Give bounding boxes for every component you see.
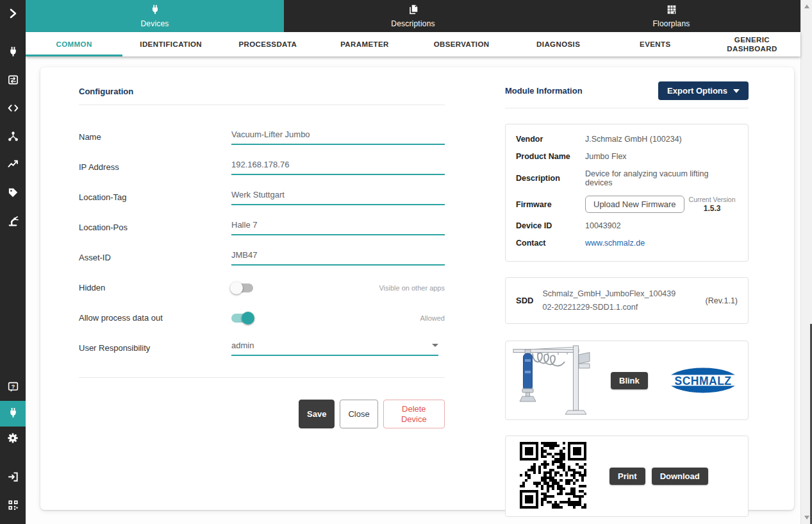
print-button[interactable]: Print: [609, 468, 645, 485]
divider: [79, 377, 445, 378]
product-name-value: Jumbo Flex: [585, 152, 627, 161]
device-id-row: Device ID 10043902: [516, 221, 738, 230]
ip-label: IP Address: [79, 162, 231, 172]
sidebar-item-io-transfer[interactable]: [0, 67, 26, 95]
asset-id-label: Asset-ID: [79, 253, 231, 262]
configuration-section: Configuration Name IP Address Location-T: [79, 81, 445, 510]
page-scrollbar[interactable]: [800, 0, 812, 524]
location-tag-field[interactable]: [231, 190, 445, 205]
location-tag-label: Location-Tag: [79, 192, 231, 202]
scroll-up-arrow-icon[interactable]: [804, 4, 809, 8]
tab-identification[interactable]: IDENTIFICATION: [122, 32, 219, 56]
toggle-knob: [242, 312, 254, 325]
ip-address-field[interactable]: [231, 160, 445, 175]
sidebar-item-help[interactable]: ?: [0, 375, 26, 401]
tab-generic-dashboard[interactable]: GENERIC DASHBOARD: [704, 32, 800, 56]
main-area: Devices Descriptions Floorplans COMMON I…: [26, 0, 800, 524]
user-responsibility-select[interactable]: admin: [231, 341, 438, 356]
delete-device-button[interactable]: Delete Device: [383, 400, 445, 428]
io-transfer-icon: [7, 74, 19, 89]
expand-sidebar-button[interactable]: [0, 0, 26, 30]
sdd-revision: (Rev.1.1): [706, 296, 738, 305]
contact-label: Contact: [516, 239, 585, 248]
chevron-down-icon: [733, 89, 740, 93]
selected-value: admin: [231, 341, 254, 350]
sidebar-item-trends[interactable]: [0, 151, 26, 180]
code-icon: [7, 102, 19, 117]
sidebar-item-code[interactable]: [0, 95, 26, 123]
svg-text:?: ?: [11, 383, 15, 389]
name-field[interactable]: [231, 130, 445, 145]
sidebar-item-network[interactable]: [0, 123, 26, 151]
allow-pdo-toggle[interactable]: [231, 314, 253, 323]
hidden-toggle[interactable]: [231, 283, 253, 292]
asset-id-field[interactable]: [231, 250, 445, 266]
tab-events[interactable]: EVENTS: [607, 32, 704, 56]
vendor-value: J.Schmalz GmbH (100234): [585, 135, 682, 144]
chevron-right-icon: [6, 7, 19, 22]
vendor-label: Vendor: [516, 135, 585, 144]
name-label: Name: [79, 132, 231, 142]
export-options-label: Export Options: [667, 86, 727, 96]
top-navigation: Devices Descriptions Floorplans: [26, 0, 800, 32]
sidebar-item-settings[interactable]: [0, 427, 26, 452]
sidebar-item-device-details[interactable]: [0, 401, 26, 427]
sidebar-item-robot[interactable]: [0, 208, 26, 236]
qr-panel: Print Download: [505, 435, 749, 517]
sidebar-item-logout[interactable]: [0, 464, 26, 492]
plug-icon: [7, 46, 19, 60]
upload-firmware-button[interactable]: Upload New Firmware: [585, 196, 684, 213]
topnav-label: Descriptions: [391, 19, 435, 28]
building-grid-icon: [666, 4, 677, 18]
module-information-section: Module Information Export Options Vendor…: [505, 81, 749, 510]
tab-diagnosis[interactable]: DIAGNOSIS: [510, 32, 607, 56]
network-icon: [7, 130, 19, 145]
tab-parameter[interactable]: PARAMETER: [316, 32, 413, 56]
plug-icon-active: [7, 407, 19, 421]
plug-icon: [149, 4, 161, 18]
save-button[interactable]: Save: [299, 400, 335, 428]
topnav-tab-floorplans[interactable]: Floorplans: [542, 0, 800, 32]
sidebar-item-qr[interactable]: [0, 492, 26, 520]
qr-icon: [7, 499, 19, 514]
scroll-down-arrow-icon[interactable]: [804, 516, 809, 520]
description-value: Device for analyzing vacuum lifting devi…: [585, 169, 738, 187]
firmware-version: Current Version 1.5.3: [689, 196, 736, 213]
toggle-knob: [230, 282, 243, 294]
tag-icon: [7, 187, 19, 201]
contact-link[interactable]: www.schmalz.de: [585, 239, 645, 248]
blink-button[interactable]: Blink: [611, 372, 648, 389]
robot-arm-icon: [7, 215, 19, 230]
current-version-label: Current Version: [689, 196, 736, 203]
topnav-tab-descriptions[interactable]: Descriptions: [284, 0, 542, 32]
tab-common[interactable]: COMMON: [26, 32, 122, 56]
device-detail-card: Configuration Name IP Address Location-T: [40, 67, 794, 510]
export-options-button[interactable]: Export Options: [658, 81, 749, 100]
close-button[interactable]: Close: [340, 400, 377, 428]
logout-icon: [7, 471, 19, 486]
tab-label: EVENTS: [640, 40, 670, 49]
tab-processdata[interactable]: PROCESSDATA: [219, 32, 316, 56]
tab-label: OBSERVATION: [434, 40, 490, 49]
qr-code-image: [520, 442, 586, 511]
location-pos-field[interactable]: [231, 220, 445, 235]
download-button[interactable]: Download: [652, 468, 708, 485]
sidebar-item-tags[interactable]: [0, 180, 26, 208]
form-row-name: Name: [79, 122, 445, 152]
form-row-ip: IP Address: [79, 152, 445, 182]
tab-label: COMMON: [56, 40, 92, 49]
tab-observation[interactable]: OBSERVATION: [413, 32, 510, 56]
tab-label: GENERIC DASHBOARD: [722, 35, 781, 54]
topnav-label: Devices: [140, 19, 169, 28]
sdd-filename: Schmalz_GmbH_JumboFlex_10043902-20221229…: [542, 287, 678, 314]
description-row: Description Device for analyzing vacuum …: [516, 169, 738, 187]
module-information-header: Module Information Export Options: [505, 81, 749, 108]
tab-label: PROCESSDATA: [238, 40, 297, 49]
topnav-tab-devices[interactable]: Devices: [26, 0, 284, 32]
section-tabs: COMMON IDENTIFICATION PROCESSDATA PARAME…: [26, 32, 800, 56]
user-responsibility-label: User Responsibility: [79, 343, 231, 353]
hidden-label: Hidden: [79, 283, 231, 292]
sidebar-item-devices[interactable]: [0, 38, 26, 67]
hidden-hint: Visible on other apps: [379, 284, 445, 292]
svg-text:SCHMALZ: SCHMALZ: [674, 375, 731, 387]
